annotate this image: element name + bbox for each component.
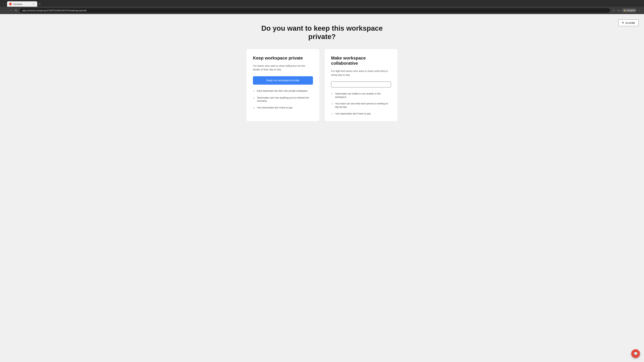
chat-bubble-button[interactable]: 💬	[631, 349, 640, 358]
tab-nav-prev[interactable]: ⋮	[1, 2, 6, 6]
tab-bar: ⋮ Sunsama ✕ +	[0, 0, 644, 7]
card-private-description: For teams who want to share billing but …	[253, 64, 313, 71]
check-icon: ✓	[253, 106, 255, 110]
card-private-title: Keep workspace private	[253, 55, 313, 61]
bookmark-button[interactable]: ☆	[612, 8, 616, 12]
reload-button[interactable]: ↻	[14, 8, 18, 13]
feature-item: ✓ Your teammates don't have to pay	[331, 112, 391, 116]
sidebar-button[interactable]: ▭	[617, 8, 621, 12]
keep-private-button[interactable]: Keep my workspace private	[253, 76, 313, 85]
incognito-icon: 🕵	[624, 9, 626, 11]
feature-item: ✓ Teammates are visible to one another i…	[331, 92, 391, 99]
page-title: Do you want to keep this workspace priva…	[258, 24, 386, 41]
feature-text: Your teammates don't have to pay	[335, 112, 371, 115]
feature-text: Each teammate has their own private work…	[257, 89, 308, 93]
toolbar-right: ☆ ▭ 🕵 Incognito ⋮	[612, 8, 642, 12]
page-content: ✕ CLOSE Do you want to keep this workspa…	[0, 14, 644, 362]
card-collaborative-title: Make workspace collaborative	[331, 55, 391, 66]
card-collaborative-features: ✓ Teammates are visible to one another i…	[331, 92, 391, 115]
tab-nav-arrows: ⋮	[1, 2, 6, 6]
tab-title: Sunsama	[13, 3, 31, 5]
card-private-features: ✓ Each teammate has their own private wo…	[253, 89, 313, 109]
close-label: CLOSE	[626, 21, 635, 24]
close-button[interactable]: ✕ CLOSE	[618, 19, 639, 26]
feature-item: ✓ Your team can see what each person is …	[331, 102, 391, 109]
active-tab[interactable]: Sunsama ✕	[7, 1, 37, 7]
incognito-label: Incognito	[627, 9, 635, 11]
card-collaborative-description: For tight-knit teams who want to share w…	[331, 69, 391, 77]
check-icon: ✓	[253, 96, 255, 100]
tab-close-button[interactable]: ✕	[32, 2, 35, 5]
tab-favicon	[9, 3, 12, 5]
forward-button[interactable]: →	[8, 8, 13, 12]
check-icon: ✓	[253, 89, 255, 93]
feature-text: Your team can see what each person is wo…	[335, 102, 391, 109]
card-private: Keep workspace private For teams who wan…	[246, 49, 319, 121]
feature-text: Teammates can't see anything you've ente…	[257, 96, 313, 103]
check-icon: ✓	[331, 102, 333, 106]
menu-button[interactable]: ⋮	[638, 8, 642, 12]
main-content: Do you want to keep this workspace priva…	[0, 14, 644, 128]
cards-container: Keep workspace private For teams who wan…	[246, 49, 398, 121]
browser-toolbar: ← → ↻ ☆ ▭ 🕵 Incognito ⋮	[0, 7, 644, 14]
feature-item: ✓ Your teammates don't have to pay	[253, 106, 313, 110]
close-x-icon: ✕	[622, 21, 624, 24]
feature-text: Your teammates don't have to pay	[257, 106, 292, 109]
check-icon: ✓	[331, 92, 333, 96]
feature-item: ✓ Each teammate has their own private wo…	[253, 89, 313, 93]
chat-bubble-icon: 💬	[634, 352, 638, 356]
incognito-button[interactable]: 🕵 Incognito	[622, 8, 636, 12]
check-icon: ✓	[331, 112, 333, 116]
feature-text: Teammates are visible to one another in …	[335, 92, 391, 99]
browser-chrome: ⋮ Sunsama ✕ + ← → ↻ ☆ ▭ 🕵 Incognito ⋮	[0, 0, 644, 14]
address-bar[interactable]	[20, 8, 610, 13]
back-button[interactable]: ←	[2, 8, 7, 12]
new-tab-button[interactable]: +	[38, 2, 42, 6]
make-collaborative-button[interactable]	[331, 81, 391, 87]
card-collaborative: Make workspace collaborative For tight-k…	[325, 49, 398, 121]
feature-item: ✓ Teammates can't see anything you've en…	[253, 96, 313, 103]
